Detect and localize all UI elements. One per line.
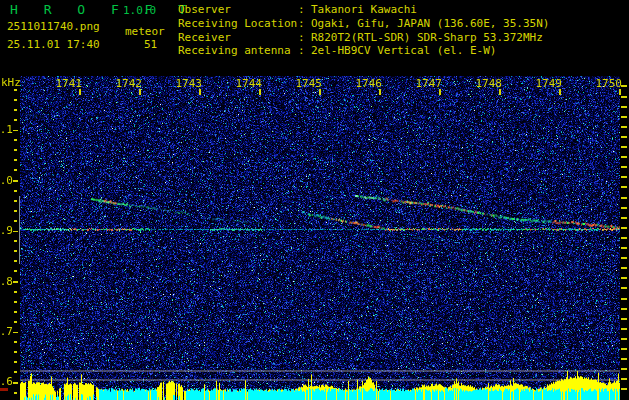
freq-minor-tick-right: [621, 197, 627, 199]
freq-minor-tick: [14, 351, 17, 353]
info-label: Observer: [178, 3, 298, 17]
time-label: 1743: [174, 78, 202, 89]
info-colon: :: [298, 17, 311, 31]
info-label: Receiver: [178, 31, 298, 45]
freq-minor-tick-right: [621, 186, 627, 188]
freq-minor-tick: [14, 311, 17, 313]
info-value: Takanori Kawachi: [311, 3, 417, 17]
freq-minor-tick: [14, 200, 17, 202]
time-tick: [619, 89, 621, 95]
mode-label: meteor: [125, 26, 165, 38]
info-colon: :: [298, 31, 311, 45]
time-label: 1749: [534, 78, 562, 89]
freq-minor-tick-right: [621, 146, 627, 148]
freq-minor-tick: [14, 371, 17, 373]
freq-major-tick: [13, 180, 18, 182]
time-tick: [79, 89, 81, 95]
info-colon: :: [298, 44, 311, 58]
time-label: 1742: [114, 78, 142, 89]
freq-minor-tick: [14, 250, 17, 252]
info-label: Receiving antenna: [178, 44, 298, 58]
freq-minor-tick: [14, 109, 17, 111]
freq-label: 0.6: [0, 376, 13, 388]
freq-minor-tick: [14, 361, 17, 363]
meteor-count: 51: [144, 39, 157, 51]
freq-minor-tick-right: [621, 217, 627, 219]
freq-minor-tick-right: [621, 96, 627, 98]
app-version: 1.0.0: [123, 5, 156, 17]
info-colon: :: [298, 3, 311, 17]
freq-label: 1.1: [0, 124, 13, 136]
freq-minor-tick: [14, 301, 17, 303]
freq-major-tick: [13, 281, 18, 283]
time-label: 1741: [54, 78, 82, 89]
freq-minor-tick-right: [621, 378, 627, 380]
freq-minor-tick: [14, 139, 17, 141]
freq-unit-label: kHz: [1, 77, 21, 89]
freq-minor-tick-right: [621, 298, 627, 300]
freq-minor-tick-right: [621, 368, 627, 370]
time-tick: [139, 89, 141, 95]
time-label: 1747: [414, 78, 442, 89]
freq-minor-tick: [14, 220, 17, 222]
freq-minor-tick-right: [621, 136, 627, 138]
freq-minor-tick-right: [621, 166, 627, 168]
time-tick: [319, 89, 321, 95]
info-value: 2el-HB9CV Vertical (el. E-W): [311, 44, 496, 58]
freq-minor-tick-right: [621, 257, 627, 259]
freq-minor-tick: [14, 270, 17, 272]
freq-minor-tick: [14, 210, 17, 212]
info-row-location: Receiving Location:Ogaki, Gifu, JAPAN (1…: [178, 17, 549, 31]
band-marker: [19, 196, 20, 264]
time-label: 1748: [474, 78, 502, 89]
freq-minor-tick-right: [621, 328, 627, 330]
freq-minor-tick: [14, 149, 17, 151]
freq-label: 0.9: [0, 225, 13, 237]
info-value: R820T2(RTL-SDR) SDR-Sharp 53.372MHz: [311, 31, 543, 45]
freq-minor-tick: [14, 169, 17, 171]
freq-label: 1.0: [0, 175, 13, 187]
freq-minor-tick-right: [621, 338, 627, 340]
info-label: Receiving Location: [178, 17, 298, 31]
freq-minor-tick-right: [621, 207, 627, 209]
freq-minor-tick-right: [621, 116, 627, 118]
freq-minor-tick-right: [621, 287, 627, 289]
freq-minor-tick-right: [621, 227, 627, 229]
time-tick: [379, 89, 381, 95]
time-tick: [559, 89, 561, 95]
output-filename: 2511011740.png: [7, 21, 100, 33]
freq-minor-tick-right: [621, 388, 627, 390]
freq-minor-tick-right: [621, 247, 627, 249]
freq-minor-tick-right: [621, 348, 627, 350]
info-row-receiver: Receiver:R820T2(RTL-SDR) SDR-Sharp 53.37…: [178, 31, 549, 45]
info-value: Ogaki, Gifu, JAPAN (136.60E, 35.35N): [311, 17, 549, 31]
time-label: 1746: [354, 78, 382, 89]
freq-minor-tick: [14, 321, 17, 323]
time-tick: [439, 89, 441, 95]
time-tick: [499, 89, 501, 95]
freq-minor-tick-right: [621, 318, 627, 320]
freq-minor-tick: [14, 159, 17, 161]
freq-minor-tick-right: [621, 358, 627, 360]
freq-minor-tick: [14, 291, 17, 293]
time-tick: [199, 89, 201, 95]
freq-label: 0.8: [0, 276, 13, 288]
freq-minor-tick: [14, 240, 17, 242]
freq-minor-tick-right: [621, 176, 627, 178]
freq-minor-tick: [14, 392, 17, 394]
time-tick: [259, 89, 261, 95]
freq-minor-tick: [14, 89, 17, 91]
freq-minor-tick: [14, 190, 17, 192]
time-label: 1745: [294, 78, 322, 89]
freq-minor-tick: [14, 99, 17, 101]
time-label: 1744: [234, 78, 262, 89]
freq-minor-tick: [14, 260, 17, 262]
freq-minor-tick-right: [621, 308, 627, 310]
freq-minor-tick: [14, 341, 17, 343]
info-row-antenna: Receiving antenna:2el-HB9CV Vertical (el…: [178, 44, 549, 58]
time-label: 1750: [594, 78, 622, 89]
spectrogram-canvas: [20, 76, 620, 400]
freq-label: 0.7: [0, 326, 13, 338]
freq-minor-tick: [14, 119, 17, 121]
freq-minor-tick-right: [621, 126, 627, 128]
